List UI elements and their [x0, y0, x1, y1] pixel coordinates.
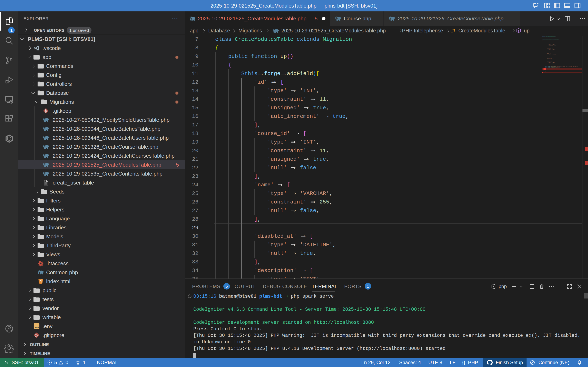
svg-text:.ENV: .ENV [34, 326, 39, 329]
svg-text:5: 5 [40, 280, 42, 283]
